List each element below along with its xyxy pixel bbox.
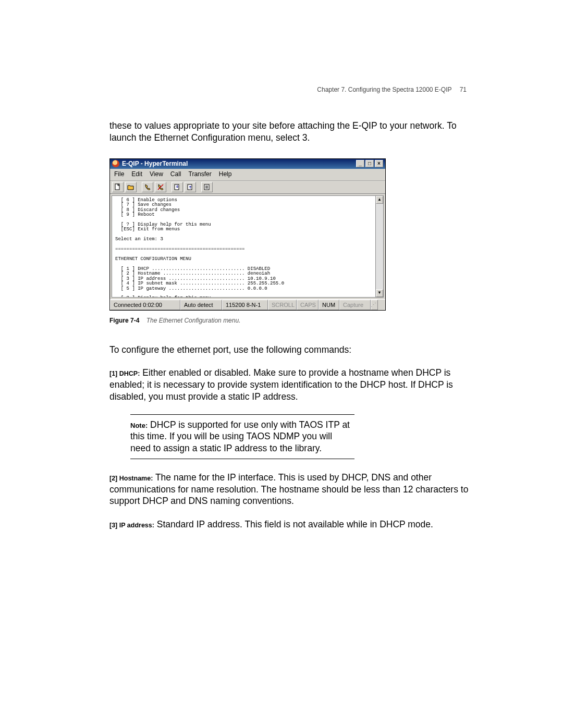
page-header: Chapter 7. Configuring the Spectra 12000… (317, 86, 467, 94)
intro-paragraph: these to values appropriate to your site… (109, 120, 469, 144)
ipaddress-text: Standard IP address. This field is not a… (154, 519, 433, 529)
section-intro: To configure the ethernet port, use the … (109, 344, 469, 356)
open-icon[interactable] (125, 182, 137, 192)
menu-view[interactable]: View (150, 170, 163, 179)
menu-edit[interactable]: Edit (131, 170, 142, 179)
status-connected: Connected 0:02:00 (110, 300, 180, 310)
status-port: 115200 8-N-1 (222, 300, 268, 310)
hyperterminal-window: E-QIP - HyperTerminal _ □ × File Edit Vi… (109, 158, 386, 311)
ipaddress-runin: [3] IP address: (109, 522, 154, 529)
scroll-track[interactable] (376, 204, 383, 289)
terminal-output[interactable]: [ 6 ] Enable options [ 7 ] Save changes … (112, 195, 384, 298)
figure-caption-text: The Ethernet Configuration menu. (146, 317, 241, 324)
resize-grip-icon[interactable]: ⋰ (371, 300, 378, 310)
hostname-paragraph: [2] Hostname: The name for the IP interf… (109, 472, 469, 507)
new-icon[interactable] (112, 182, 124, 192)
status-caps: CAPS (297, 300, 319, 310)
send-icon[interactable] (172, 182, 183, 192)
receive-icon[interactable] (185, 182, 196, 192)
status-scroll: SCROLL (268, 300, 297, 310)
close-button[interactable]: × (375, 160, 383, 167)
document-page: Chapter 7. Configuring the Spectra 12000… (0, 0, 563, 728)
menu-help[interactable]: Help (219, 170, 232, 179)
menu-call[interactable]: Call (170, 170, 181, 179)
toolbar (110, 181, 385, 194)
window-titlebar[interactable]: E-QIP - HyperTerminal _ □ × (110, 159, 385, 169)
terminal-wrap: [ 6 ] Enable options [ 7 ] Save changes … (110, 194, 385, 299)
menu-bar: File Edit View Call Transfer Help (110, 169, 385, 181)
note-text: DHCP is supported for use only with TAOS… (130, 419, 350, 454)
app-icon (112, 160, 119, 167)
menu-transfer[interactable]: Transfer (189, 170, 212, 179)
scroll-up-icon[interactable]: ▲ (376, 196, 383, 204)
properties-icon[interactable] (201, 182, 213, 192)
status-bar: Connected 0:02:00 Auto detect 115200 8-N… (110, 299, 385, 310)
dhcp-runin: [1] DHCP: (109, 370, 140, 377)
status-detect: Auto detect (180, 300, 222, 310)
hostname-runin: [2] Hostname: (109, 475, 153, 482)
minimize-button[interactable]: _ (356, 160, 364, 167)
window-title: E-QIP - HyperTerminal (122, 160, 356, 168)
vertical-scrollbar[interactable]: ▲ ▼ (375, 195, 384, 298)
figure-caption: Figure 7-4 The Ethernet Configuration me… (109, 317, 469, 325)
note-label: Note: (130, 422, 148, 429)
status-num: NUM (319, 300, 339, 310)
page-number: 71 (460, 86, 467, 93)
scroll-down-icon[interactable]: ▼ (376, 289, 383, 297)
dhcp-paragraph: [1] DHCP: Either enabled or disabled. Ma… (109, 367, 469, 402)
note-box: Note: DHCP is supported for use only wit… (130, 414, 354, 459)
ipaddress-paragraph: [3] IP address: Standard IP address. Thi… (109, 519, 469, 530)
menu-file[interactable]: File (114, 170, 124, 179)
call-icon[interactable] (142, 182, 153, 192)
figure-label: Figure 7-4 (109, 317, 139, 324)
disconnect-icon[interactable] (155, 182, 166, 192)
chapter-title: Chapter 7. Configuring the Spectra 12000… (317, 86, 451, 93)
window-controls: _ □ × (356, 160, 383, 167)
hostname-text: The name for the IP interface. This is u… (109, 472, 468, 507)
dhcp-text: Either enabled or disabled. Make sure to… (109, 367, 453, 402)
status-capture: Capture (339, 300, 371, 310)
maximize-button[interactable]: □ (365, 160, 374, 167)
